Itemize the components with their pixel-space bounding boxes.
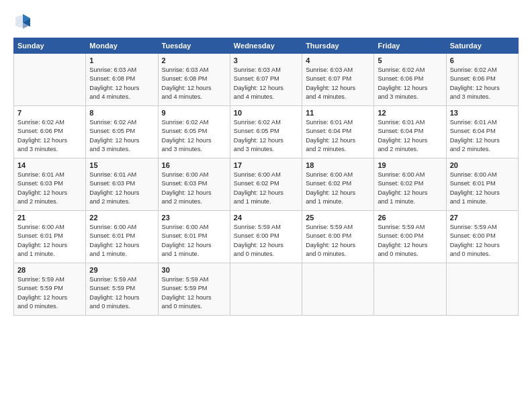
calendar-cell: 19Sunrise: 6:00 AMSunset: 6:02 PMDayligh… bbox=[374, 158, 446, 211]
day-info: Sunrise: 6:02 AMSunset: 6:06 PMDaylight:… bbox=[450, 66, 515, 101]
day-info: Sunrise: 6:01 AMSunset: 6:04 PMDaylight:… bbox=[450, 118, 515, 154]
day-info: Sunrise: 6:02 AMSunset: 6:06 PMDaylight:… bbox=[17, 118, 82, 154]
day-info: Sunrise: 6:01 AMSunset: 6:04 PMDaylight:… bbox=[378, 118, 442, 154]
day-number: 25 bbox=[306, 214, 370, 222]
calendar-cell bbox=[230, 263, 302, 316]
calendar-cell: 15Sunrise: 6:01 AMSunset: 6:03 PMDayligh… bbox=[86, 158, 158, 211]
day-info: Sunrise: 6:01 AMSunset: 6:03 PMDaylight:… bbox=[89, 171, 154, 206]
day-info: Sunrise: 6:00 AMSunset: 6:01 PMDaylight:… bbox=[450, 171, 515, 206]
day-info: Sunrise: 5:59 AMSunset: 5:59 PMDaylight:… bbox=[162, 275, 226, 311]
calendar-cell bbox=[374, 263, 446, 316]
day-number: 9 bbox=[162, 109, 226, 117]
calendar-cell: 5Sunrise: 6:02 AMSunset: 6:06 PMDaylight… bbox=[374, 54, 446, 106]
day-info: Sunrise: 5:59 AMSunset: 6:00 PMDaylight:… bbox=[378, 223, 442, 259]
day-info: Sunrise: 6:00 AMSunset: 6:02 PMDaylight:… bbox=[306, 171, 370, 206]
day-info: Sunrise: 6:03 AMSunset: 6:07 PMDaylight:… bbox=[306, 66, 370, 101]
day-info: Sunrise: 6:00 AMSunset: 6:02 PMDaylight:… bbox=[378, 171, 442, 206]
day-info: Sunrise: 6:02 AMSunset: 6:05 PMDaylight:… bbox=[89, 118, 154, 154]
calendar-cell: 12Sunrise: 6:01 AMSunset: 6:04 PMDayligh… bbox=[374, 106, 446, 158]
calendar-cell: 13Sunrise: 6:01 AMSunset: 6:04 PMDayligh… bbox=[446, 106, 518, 158]
day-number: 12 bbox=[378, 109, 442, 117]
col-header-monday: Monday bbox=[86, 38, 158, 54]
day-number: 28 bbox=[17, 266, 82, 274]
calendar-cell: 23Sunrise: 6:00 AMSunset: 6:01 PMDayligh… bbox=[158, 211, 230, 263]
calendar-cell: 3Sunrise: 6:03 AMSunset: 6:07 PMDaylight… bbox=[230, 54, 302, 106]
day-number: 27 bbox=[450, 214, 515, 222]
day-number: 30 bbox=[162, 266, 226, 274]
calendar-cell: 9Sunrise: 6:02 AMSunset: 6:05 PMDaylight… bbox=[158, 106, 230, 158]
col-header-thursday: Thursday bbox=[302, 38, 374, 54]
day-info: Sunrise: 6:03 AMSunset: 6:07 PMDaylight:… bbox=[234, 66, 298, 101]
day-number: 11 bbox=[306, 109, 370, 117]
day-info: Sunrise: 6:03 AMSunset: 6:08 PMDaylight:… bbox=[162, 66, 226, 101]
day-number: 17 bbox=[234, 161, 298, 169]
day-info: Sunrise: 6:00 AMSunset: 6:02 PMDaylight:… bbox=[234, 171, 298, 206]
calendar-cell: 2Sunrise: 6:03 AMSunset: 6:08 PMDaylight… bbox=[158, 54, 230, 106]
calendar-cell bbox=[302, 263, 374, 316]
day-info: Sunrise: 6:00 AMSunset: 6:01 PMDaylight:… bbox=[17, 223, 82, 259]
calendar-cell: 10Sunrise: 6:02 AMSunset: 6:05 PMDayligh… bbox=[230, 106, 302, 158]
calendar-table: SundayMondayTuesdayWednesdayThursdayFrid… bbox=[13, 38, 519, 316]
day-number: 29 bbox=[89, 266, 154, 274]
col-header-wednesday: Wednesday bbox=[230, 38, 302, 54]
calendar-cell: 6Sunrise: 6:02 AMSunset: 6:06 PMDaylight… bbox=[446, 54, 518, 106]
calendar-cell: 7Sunrise: 6:02 AMSunset: 6:06 PMDaylight… bbox=[14, 106, 86, 158]
day-info: Sunrise: 6:00 AMSunset: 6:01 PMDaylight:… bbox=[89, 223, 154, 259]
calendar-cell: 14Sunrise: 6:01 AMSunset: 6:03 PMDayligh… bbox=[14, 158, 86, 211]
calendar-cell: 29Sunrise: 5:59 AMSunset: 5:59 PMDayligh… bbox=[86, 263, 158, 316]
week-row-3: 14Sunrise: 6:01 AMSunset: 6:03 PMDayligh… bbox=[14, 158, 519, 211]
calendar-cell bbox=[446, 263, 518, 316]
day-number: 13 bbox=[450, 109, 515, 117]
page: SundayMondayTuesdayWednesdayThursdayFrid… bbox=[0, 0, 532, 411]
col-header-saturday: Saturday bbox=[446, 38, 518, 54]
calendar-cell: 28Sunrise: 5:59 AMSunset: 5:59 PMDayligh… bbox=[14, 263, 86, 316]
day-number: 6 bbox=[450, 56, 515, 64]
header-row: SundayMondayTuesdayWednesdayThursdayFrid… bbox=[14, 38, 519, 54]
day-number: 10 bbox=[234, 109, 298, 117]
day-number: 24 bbox=[234, 214, 298, 222]
day-info: Sunrise: 6:02 AMSunset: 6:06 PMDaylight:… bbox=[378, 66, 442, 101]
day-info: Sunrise: 6:03 AMSunset: 6:08 PMDaylight:… bbox=[89, 66, 154, 101]
day-number: 23 bbox=[162, 214, 226, 222]
day-info: Sunrise: 5:59 AMSunset: 6:00 PMDaylight:… bbox=[234, 223, 298, 259]
day-info: Sunrise: 6:00 AMSunset: 6:01 PMDaylight:… bbox=[162, 223, 226, 259]
logo bbox=[13, 12, 36, 31]
day-number: 5 bbox=[378, 56, 442, 64]
week-row-5: 28Sunrise: 5:59 AMSunset: 5:59 PMDayligh… bbox=[14, 263, 519, 316]
day-number: 22 bbox=[89, 214, 154, 222]
col-header-tuesday: Tuesday bbox=[158, 38, 230, 54]
day-info: Sunrise: 5:59 AMSunset: 5:59 PMDaylight:… bbox=[17, 275, 82, 311]
day-number: 14 bbox=[17, 161, 82, 169]
day-number: 1 bbox=[89, 56, 154, 64]
day-number: 8 bbox=[89, 109, 154, 117]
day-number: 15 bbox=[89, 161, 154, 169]
day-info: Sunrise: 6:02 AMSunset: 6:05 PMDaylight:… bbox=[234, 118, 298, 154]
col-header-sunday: Sunday bbox=[14, 38, 86, 54]
day-number: 2 bbox=[162, 56, 226, 64]
calendar-cell: 25Sunrise: 5:59 AMSunset: 6:00 PMDayligh… bbox=[302, 211, 374, 263]
calendar-cell: 20Sunrise: 6:00 AMSunset: 6:01 PMDayligh… bbox=[446, 158, 518, 211]
calendar-cell: 24Sunrise: 5:59 AMSunset: 6:00 PMDayligh… bbox=[230, 211, 302, 263]
day-number: 4 bbox=[306, 56, 370, 64]
day-number: 3 bbox=[234, 56, 298, 64]
day-number: 16 bbox=[162, 161, 226, 169]
day-info: Sunrise: 6:01 AMSunset: 6:04 PMDaylight:… bbox=[306, 118, 370, 154]
calendar-cell: 21Sunrise: 6:00 AMSunset: 6:01 PMDayligh… bbox=[14, 211, 86, 263]
day-number: 26 bbox=[378, 214, 442, 222]
day-info: Sunrise: 5:59 AMSunset: 6:00 PMDaylight:… bbox=[450, 223, 515, 259]
col-header-friday: Friday bbox=[374, 38, 446, 54]
day-number: 21 bbox=[17, 214, 82, 222]
day-info: Sunrise: 5:59 AMSunset: 5:59 PMDaylight:… bbox=[89, 275, 154, 311]
week-row-1: 1Sunrise: 6:03 AMSunset: 6:08 PMDaylight… bbox=[14, 54, 519, 106]
day-info: Sunrise: 6:02 AMSunset: 6:05 PMDaylight:… bbox=[162, 118, 226, 154]
day-info: Sunrise: 6:01 AMSunset: 6:03 PMDaylight:… bbox=[17, 171, 82, 206]
calendar-cell: 8Sunrise: 6:02 AMSunset: 6:05 PMDaylight… bbox=[86, 106, 158, 158]
calendar-cell: 26Sunrise: 5:59 AMSunset: 6:00 PMDayligh… bbox=[374, 211, 446, 263]
calendar-cell: 27Sunrise: 5:59 AMSunset: 6:00 PMDayligh… bbox=[446, 211, 518, 263]
calendar-cell: 22Sunrise: 6:00 AMSunset: 6:01 PMDayligh… bbox=[86, 211, 158, 263]
calendar-cell: 30Sunrise: 5:59 AMSunset: 5:59 PMDayligh… bbox=[158, 263, 230, 316]
day-number: 7 bbox=[17, 109, 82, 117]
logo-icon bbox=[13, 12, 32, 31]
header bbox=[13, 12, 519, 31]
calendar-cell: 1Sunrise: 6:03 AMSunset: 6:08 PMDaylight… bbox=[86, 54, 158, 106]
